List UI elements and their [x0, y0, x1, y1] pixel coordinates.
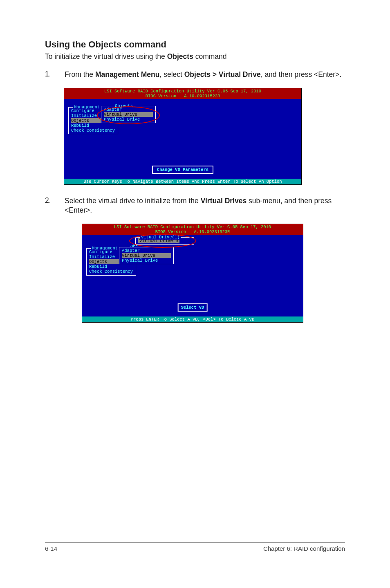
mgmt2-item-check-consistency: Check Consistency: [89, 269, 133, 274]
objects2-item-physical-drive: Physical Drive: [122, 258, 171, 263]
step-2: 2. Select the virtual drive to initializ…: [45, 196, 345, 215]
bios1-footer: Use Cursor Keys To Navigate Between Item…: [64, 179, 301, 184]
objects-item-physical-drive: Physical Drive: [104, 117, 153, 122]
step-2-bold-a: Virtual Drives: [201, 197, 247, 205]
page-footer-right: Chapter 6: RAID configuration: [263, 545, 345, 552]
objects2-item-adapter: Adapter: [122, 248, 171, 253]
bios2-title-line1: LSI Software RAID Configuration Utility …: [114, 224, 271, 229]
virtual-drive-panel-label: Vitual Drive(1): [140, 235, 181, 240]
bios-screenshot-1: LSI Software RAID Configuration Utility …: [64, 88, 345, 185]
bios2-footer: Press ENTER To Select A VD, <Del> To Del…: [82, 316, 303, 322]
bios1-hint: Change VD Parameters: [152, 166, 213, 174]
step-1-text-b: , select: [159, 70, 184, 79]
objects-panel-2: Adapter Virtual Drive Physical Drive: [119, 247, 174, 264]
mgmt2-item-rebuild: Rebuild: [89, 264, 133, 269]
step-1-text-a: From the: [65, 70, 95, 79]
bios2-titlebar: LSI Software RAID Configuration Utility …: [82, 224, 303, 235]
step-1-bold-b: Objects > Virtual Drive: [184, 70, 261, 79]
step-2-text-a: Select the virtual drive to initialize f…: [65, 197, 201, 205]
step-2-body: Select the virtual drive to initialize f…: [65, 196, 345, 215]
step-1: 1. From the Management Menu, select Obje…: [45, 70, 345, 80]
page-footer-left: 6-14: [45, 545, 57, 552]
objects-panel-label: Objects: [114, 103, 134, 108]
lead-bold: Objects: [167, 52, 193, 61]
page-footer: 6-14 Chapter 6: RAID configuration: [45, 542, 345, 552]
bios1-title-line1: LSI Software RAID Configuration Utility …: [104, 89, 261, 94]
mgmt-item-check-consistency: Check Consistency: [71, 128, 115, 133]
bios2-title-line2: BIOS Version A.10.09231523R: [155, 229, 230, 234]
lead-paragraph: To initialize the virtual drives using t…: [45, 52, 345, 61]
lead-prefix: To initialize the virtual drives using t…: [45, 52, 167, 61]
lead-suffix: command: [193, 52, 227, 61]
step-2-number: 2.: [45, 196, 53, 215]
bios2-hint: Select VD: [178, 303, 208, 312]
virtual-drive-panel: Vitual Drive(1) Virtual Drive 0: [135, 237, 194, 245]
objects-panel: Objects Adapter Virtual Drive Physical D…: [101, 106, 156, 123]
step-1-body: From the Management Menu, select Objects…: [65, 70, 345, 80]
mgmt-item-rebuild: Rebuild: [71, 123, 115, 128]
objects2-item-virtual-drive: Virtual Drive: [122, 253, 171, 258]
management-panel-2-label: Management: [91, 246, 119, 251]
step-1-bold-a: Management Menu: [95, 70, 160, 79]
objects-item-virtual-drive: Virtual Drive: [104, 112, 153, 117]
section-title: Using the Objects command: [45, 39, 345, 50]
step-1-number: 1.: [45, 70, 53, 80]
bios-screenshot-2: LSI Software RAID Configuration Utility …: [82, 224, 345, 323]
step-1-text-c: , and then press <Enter>.: [261, 70, 342, 79]
bios1-title-line2: BIOS Version A.10.09231523R: [146, 94, 220, 99]
bios1-titlebar: LSI Software RAID Configuration Utility …: [64, 88, 301, 99]
management-panel-label: Management: [73, 105, 101, 110]
